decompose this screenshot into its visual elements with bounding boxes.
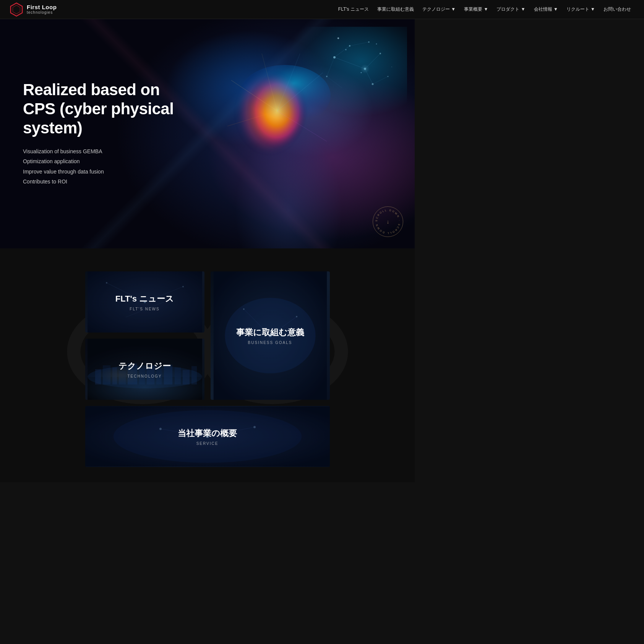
hero-visual-overlay bbox=[258, 38, 392, 145]
svg-point-12 bbox=[380, 53, 381, 54]
card-tech-title-ja: テクノロジー bbox=[118, 360, 171, 372]
scroll-circle: SCROLL DOWN · SCROLL DOWN · ↓ bbox=[373, 206, 403, 237]
svg-point-18 bbox=[360, 64, 370, 73]
card-news-content: FLT's ニュース FLT's NEWS bbox=[85, 271, 204, 333]
header: First Loop technologies FLT's ニュース 事業に取組… bbox=[0, 0, 415, 19]
hero-bullet-4: Contributes to ROI bbox=[23, 177, 206, 186]
logo-link[interactable]: First Loop technologies bbox=[9, 2, 86, 17]
card-service-title-en: SERVICE bbox=[196, 441, 219, 446]
card-news-title-en: FLT's NEWS bbox=[130, 307, 159, 311]
svg-point-15 bbox=[372, 83, 374, 85]
card-business-title-en: BUSINESS GOALS bbox=[248, 341, 292, 345]
hero-section: Realized based on CPS (cyber physical sy… bbox=[0, 19, 415, 248]
card-service-content: 当社事業の概要 SERVICE bbox=[85, 406, 330, 467]
svg-point-16 bbox=[388, 76, 389, 77]
card-service-title-ja: 当社事業の概要 bbox=[178, 428, 237, 439]
svg-marker-1 bbox=[13, 5, 20, 14]
scroll-text-circle: SCROLL DOWN · SCROLL DOWN · bbox=[375, 208, 401, 235]
hero-bullet-2: Optimization application bbox=[23, 157, 206, 165]
hero-title-line2: CPS (cyber physical system) bbox=[23, 100, 174, 137]
svg-point-10 bbox=[333, 56, 336, 58]
card-business-content: 事業に取組む意義 BUSINESS GOALS bbox=[211, 271, 330, 400]
svg-point-13 bbox=[349, 45, 350, 47]
logo-icon bbox=[9, 2, 24, 17]
hero-bullet-1: Visualization of business GEMBA bbox=[23, 147, 206, 156]
svg-point-17 bbox=[326, 76, 328, 77]
svg-point-14 bbox=[368, 41, 370, 43]
hero-bullets: Visualization of business GEMBA Optimiza… bbox=[23, 147, 206, 186]
svg-line-9 bbox=[327, 76, 342, 88]
main-nav: FLT's ニュース 事業に取組む意義 テクノロジー ▼ 事業概要 ▼ プロダク… bbox=[86, 4, 415, 15]
card-tech-title-en: TECHNOLOGY bbox=[127, 374, 162, 378]
nav-item-business[interactable]: 事業に取組む意義 bbox=[373, 4, 415, 15]
hero-bullet-3: Improve value through data fusion bbox=[23, 167, 206, 176]
svg-line-7 bbox=[373, 76, 388, 84]
scroll-indicator[interactable]: SCROLL DOWN · SCROLL DOWN · ↓ bbox=[373, 206, 403, 237]
svg-line-8 bbox=[327, 57, 334, 76]
hero-title-line1: Realized based on bbox=[23, 81, 160, 99]
nav-item-news[interactable]: FLT's ニュース bbox=[334, 4, 373, 15]
card-business[interactable]: 事業に取組む意義 BUSINESS GOALS bbox=[211, 271, 330, 400]
logo-sub: technologies bbox=[27, 10, 57, 15]
svg-text:SCROLL DOWN · SCROLL DOWN ·: SCROLL DOWN · SCROLL DOWN · bbox=[375, 208, 401, 235]
cards-section: FLT's ニュース FLT's NEWS bbox=[0, 248, 415, 482]
card-technology[interactable]: テクノロジー TECHNOLOGY bbox=[85, 339, 204, 400]
hero-title: Realized based on CPS (cyber physical sy… bbox=[23, 80, 206, 138]
card-business-title-ja: 事業に取組む意義 bbox=[236, 327, 304, 338]
svg-line-5 bbox=[334, 46, 350, 57]
card-news-title-ja: FLT's ニュース bbox=[115, 293, 174, 305]
svg-line-6 bbox=[350, 42, 369, 46]
logo-name: First Loop bbox=[27, 4, 57, 11]
svg-line-2 bbox=[334, 57, 365, 69]
network-svg bbox=[258, 38, 392, 145]
hero-content: Realized based on CPS (cyber physical sy… bbox=[0, 80, 229, 188]
cards-grid: FLT's ニュース FLT's NEWS bbox=[74, 271, 341, 400]
card-tech-content: テクノロジー TECHNOLOGY bbox=[85, 339, 204, 400]
card-news[interactable]: FLT's ニュース FLT's NEWS bbox=[85, 271, 204, 333]
card-service[interactable]: 当社事業の概要 SERVICE bbox=[85, 406, 330, 467]
